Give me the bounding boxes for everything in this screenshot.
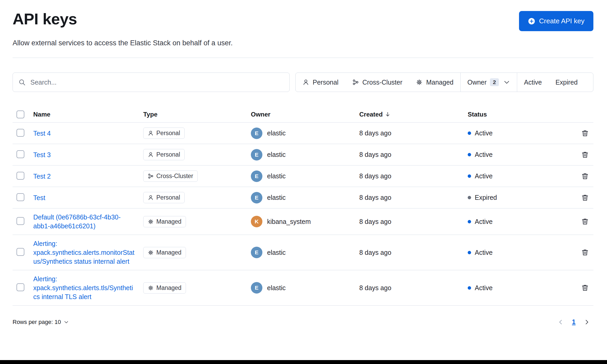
owner-name: elastic	[267, 151, 286, 158]
table-row: Default (0e67686b-63cf-4b30-abb1-a46be61…	[13, 208, 593, 235]
api-key-name-link[interactable]: Alerting: xpack.synthetics.alerts.tls/Sy…	[33, 274, 135, 301]
status-label: Active	[475, 151, 493, 158]
gear-icon	[148, 219, 154, 225]
owner-name: elastic	[267, 249, 286, 256]
filter-expired-label: Expired	[555, 79, 578, 86]
sort-descending-icon	[385, 111, 391, 117]
api-keys-page: API keys Create API key Allow external s…	[0, 0, 607, 326]
type-badge: Cross-Cluster	[143, 170, 198, 182]
status-dot	[468, 174, 471, 178]
avatar: E	[251, 128, 262, 139]
delete-button[interactable]	[581, 218, 589, 225]
next-page-button[interactable]	[583, 319, 590, 326]
row-checkbox[interactable]	[16, 129, 24, 137]
owner-name: elastic	[267, 129, 286, 137]
row-checkbox[interactable]	[16, 283, 24, 291]
header-divider	[13, 58, 593, 58]
table-row: Test 2 Cross-Cluster Eelastic 8 days ago…	[13, 166, 593, 187]
table-footer: Rows per page: 10 1	[13, 318, 593, 326]
column-header-type: Type	[143, 111, 251, 118]
api-key-name-link[interactable]: Test 2	[33, 172, 51, 181]
created-cell: 8 days ago	[359, 151, 468, 158]
filter-active[interactable]: Active	[517, 73, 549, 92]
filter-expired[interactable]: Expired	[549, 73, 584, 92]
chevron-right-icon	[583, 319, 590, 326]
plus-circle-icon	[528, 18, 535, 25]
page-title: API keys	[13, 10, 77, 28]
owner-name: elastic	[267, 194, 286, 201]
type-badge-label: Cross-Cluster	[156, 173, 193, 180]
delete-button[interactable]	[581, 151, 589, 158]
avatar: E	[251, 282, 262, 294]
status-label: Active	[475, 129, 493, 137]
delete-button[interactable]	[581, 130, 589, 137]
rows-per-page-label: Rows per page: 10	[13, 319, 61, 326]
type-badge-label: Managed	[156, 218, 181, 225]
type-badge: Managed	[143, 216, 186, 227]
owner-name: elastic	[267, 172, 286, 180]
owner-filter-label: Owner	[467, 79, 487, 86]
owner-filter-dropdown[interactable]: Owner 2	[461, 73, 517, 92]
select-all-checkbox[interactable]	[16, 111, 24, 118]
type-badge-label: Managed	[156, 284, 181, 291]
column-header-name: Name	[33, 111, 143, 118]
api-key-name-link[interactable]: Test 3	[33, 150, 51, 159]
owner-name: elastic	[267, 284, 286, 292]
filter-cross-cluster[interactable]: Cross-Cluster	[345, 73, 409, 92]
chevron-left-icon	[557, 319, 564, 326]
page-subtitle: Allow external services to access the El…	[13, 39, 593, 47]
created-cell: 8 days ago	[359, 194, 468, 201]
api-key-name-link[interactable]: Test 4	[33, 129, 51, 138]
filter-managed-label: Managed	[426, 79, 453, 86]
api-key-name-link[interactable]: Default (0e67686b-63cf-4b30-abb1-a46be61…	[33, 213, 135, 230]
filter-personal-label: Personal	[313, 79, 339, 86]
create-api-key-button[interactable]: Create API key	[519, 11, 593, 31]
created-cell: 8 days ago	[359, 249, 468, 256]
search-icon	[19, 79, 26, 86]
previous-page-button[interactable]	[557, 319, 564, 326]
status-label: Active	[475, 172, 493, 180]
chevron-down-icon	[503, 79, 510, 86]
type-badge-label: Managed	[156, 249, 181, 256]
chevron-down-icon	[64, 319, 69, 325]
create-api-key-label: Create API key	[539, 17, 584, 25]
type-badge: Personal	[143, 128, 185, 139]
status-label: Active	[475, 284, 493, 292]
page-header: API keys Create API key	[13, 10, 593, 31]
delete-button[interactable]	[581, 194, 589, 201]
page-number-1[interactable]: 1	[572, 318, 576, 326]
avatar: E	[251, 247, 262, 258]
delete-button[interactable]	[581, 284, 589, 291]
trash-icon	[581, 194, 589, 201]
filter-managed[interactable]: Managed	[409, 73, 460, 92]
row-checkbox[interactable]	[16, 172, 24, 180]
status-dot	[468, 131, 471, 135]
rows-per-page-button[interactable]: Rows per page: 10	[13, 319, 69, 326]
row-checkbox[interactable]	[16, 193, 24, 201]
created-cell: 8 days ago	[359, 129, 468, 137]
status-dot	[468, 196, 471, 199]
table-row: Test 4 Personal Eelastic 8 days ago Acti…	[13, 123, 593, 144]
delete-button[interactable]	[581, 173, 589, 180]
status-dot	[468, 251, 471, 254]
row-checkbox[interactable]	[16, 217, 24, 225]
created-cell: 8 days ago	[359, 218, 468, 225]
trash-icon	[581, 151, 589, 158]
created-cell: 8 days ago	[359, 284, 468, 292]
column-header-created[interactable]: Created	[359, 111, 468, 118]
api-key-name-link[interactable]: Alerting: xpack.synthetics.alerts.monito…	[33, 239, 135, 266]
api-key-name-link[interactable]: Test	[33, 193, 45, 202]
filter-personal[interactable]: Personal	[296, 73, 345, 92]
delete-button[interactable]	[581, 249, 589, 256]
user-icon	[302, 79, 309, 86]
owner-name: kibana_system	[267, 218, 311, 225]
row-checkbox[interactable]	[16, 248, 24, 256]
type-badge-label: Personal	[156, 130, 180, 137]
search-input[interactable]	[30, 78, 284, 86]
filter-active-label: Active	[524, 79, 542, 86]
row-checkbox[interactable]	[16, 150, 24, 158]
trash-icon	[581, 173, 589, 180]
gear-icon	[148, 285, 154, 291]
user-icon	[148, 195, 154, 201]
filter-group: Personal Cross-Cluster Managed Owner 2 A…	[295, 73, 593, 92]
